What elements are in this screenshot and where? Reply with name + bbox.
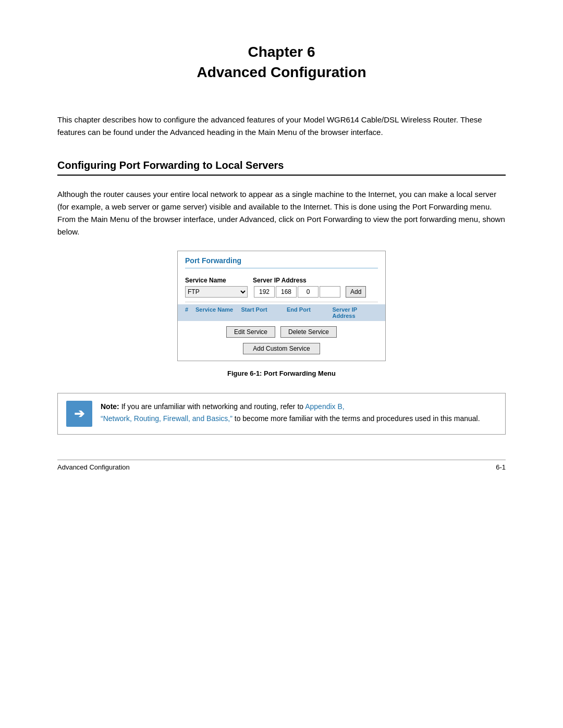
chapter-title: Chapter 6 Advanced Configuration [57,42,506,82]
pf-ip-octet1[interactable] [254,286,275,298]
note-arrow-icon: ➔ [66,401,92,427]
pf-ip-octet3[interactable] [298,286,319,298]
pf-add-button[interactable]: Add [346,286,366,298]
pf-add-custom-row: Add Custom Service [178,341,385,361]
pf-divider [185,302,378,302]
section-heading: Configuring Port Forwarding to Local Ser… [57,159,506,176]
pf-input-row: FTP Add [178,286,385,298]
pf-ip-octet4[interactable] [320,286,340,298]
pf-table-header: # Service Name Start Port End Port Serve… [178,304,385,321]
pf-service-select[interactable]: FTP [185,286,248,298]
section-paragraph: Although the router causes your entire l… [57,188,506,238]
note-text-after: to become more familiar with the terms a… [232,414,480,423]
pf-ip-octet2[interactable] [276,286,297,298]
footer-right: 6-1 [496,463,506,471]
pf-col-start-port: Start Port [241,306,287,319]
port-forwarding-widget: Port Forwarding Service Name Server IP A… [177,251,386,361]
figure-caption: Figure 6-1: Port Forwarding Menu [57,369,506,377]
edit-service-button[interactable]: Edit Service [226,326,275,338]
note-box: ➔ Note: If you are unfamiliar with netwo… [57,393,506,435]
chapter-subtitle: Advanced Configuration [197,64,366,80]
note-text-before: If you are unfamiliar with networking an… [119,402,305,411]
chapter-header: Chapter 6 Advanced Configuration [57,42,506,82]
note-link2[interactable]: “Network, Routing, Firewall, and Basics,… [101,414,232,423]
note-bold: Note: [101,402,119,411]
pf-col-service: Service Name [195,306,241,319]
delete-service-button[interactable]: Delete Service [280,326,337,338]
pf-title: Port Forwarding [185,256,378,268]
intro-paragraph: This chapter describes how to configure … [57,114,506,139]
pf-labels: Service Name Server IP Address [178,277,385,284]
pf-col-end-port: End Port [287,306,333,319]
pf-label-server-ip: Server IP Address [253,277,307,284]
pf-col-server-ip: Server IP Address [333,306,378,319]
note-text: Note: If you are unfamiliar with network… [101,401,480,424]
footer-left: Advanced Configuration [57,463,130,471]
chapter-label: Chapter 6 [248,44,315,60]
pf-label-service-name: Service Name [185,277,253,284]
note-link1[interactable]: Appendix B, [305,402,345,411]
add-custom-service-button[interactable]: Add Custom Service [243,343,320,354]
pf-col-hash: # [185,306,195,319]
pf-buttons-row: Edit Service Delete Service [178,321,385,341]
page-footer: Advanced Configuration 6-1 [57,460,506,471]
